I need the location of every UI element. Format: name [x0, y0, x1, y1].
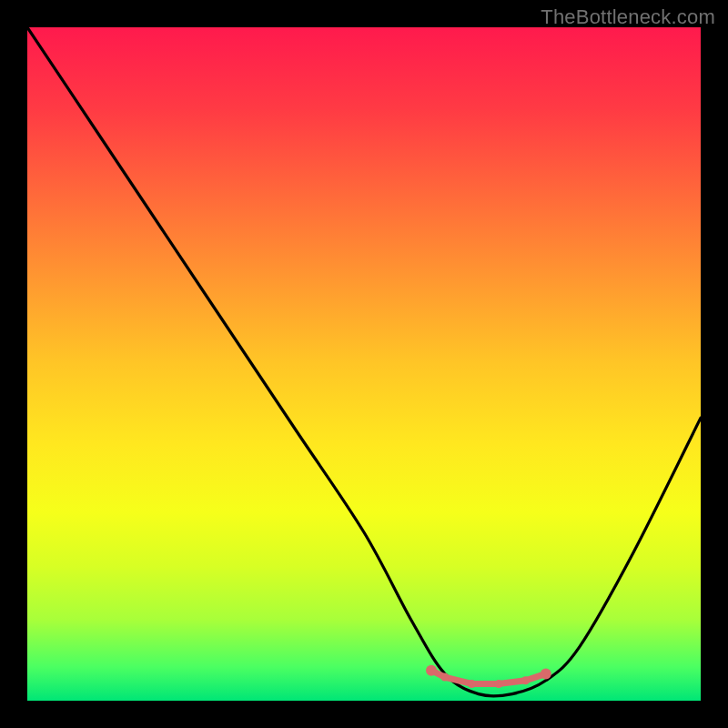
watermark-text: TheBottleneck.com [541, 5, 715, 29]
optimal-point [495, 680, 503, 688]
plot-area [27, 27, 701, 701]
optimal-point [440, 673, 449, 682]
optimal-point [541, 668, 551, 679]
curve-layer [27, 27, 701, 701]
optimal-point [468, 680, 476, 688]
optimal-point [521, 676, 530, 684]
optimal-point [426, 665, 437, 676]
chart-frame: TheBottleneck.com [0, 0, 728, 728]
optimal-range-markers [426, 665, 551, 688]
bottleneck-curve [27, 27, 701, 696]
